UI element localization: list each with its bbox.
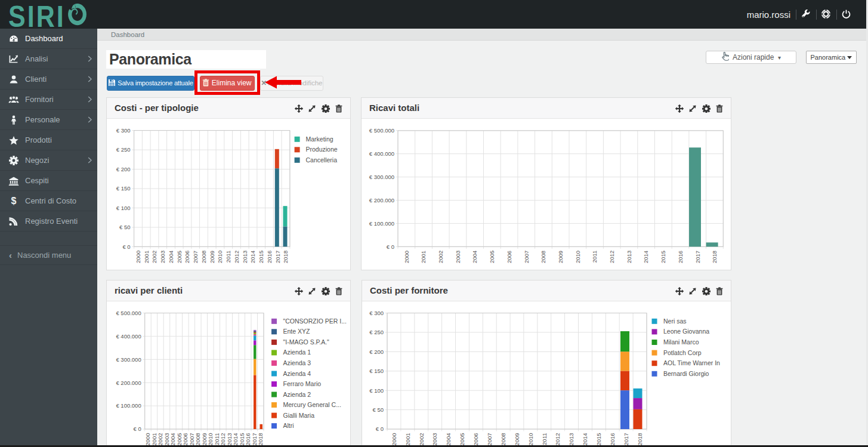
svg-text:2018: 2018 <box>257 433 264 445</box>
svg-text:2007: 2007 <box>486 433 493 446</box>
svg-text:2011: 2011 <box>541 433 548 445</box>
svg-text:Milani Marco: Milani Marco <box>663 338 699 346</box>
svg-text:€ 0: € 0 <box>122 243 130 250</box>
svg-text:2015: 2015 <box>258 251 264 263</box>
svg-text:2008: 2008 <box>500 433 506 446</box>
svg-text:2007: 2007 <box>189 433 195 445</box>
svg-text:2014: 2014 <box>249 251 256 263</box>
svg-text:2001: 2001 <box>420 251 427 263</box>
svg-text:2010: 2010 <box>217 251 223 263</box>
svg-text:Mercury General C...: Mercury General C... <box>283 401 341 408</box>
svg-text:"I-MAGO S.P.A.": "I-MAGO S.P.A." <box>283 338 330 346</box>
svg-text:2004: 2004 <box>168 251 174 263</box>
svg-text:€ 50: € 50 <box>119 224 131 230</box>
svg-text:2005: 2005 <box>489 251 495 263</box>
svg-text:2002: 2002 <box>418 433 425 446</box>
svg-text:2013: 2013 <box>626 251 632 263</box>
svg-text:2012: 2012 <box>554 433 561 445</box>
svg-text:Bernardi Giorgio: Bernardi Giorgio <box>663 370 709 377</box>
svg-text:2006: 2006 <box>472 433 479 446</box>
svg-text:€ 0: € 0 <box>387 243 394 250</box>
svg-text:Potlatch Corp: Potlatch Corp <box>663 349 702 356</box>
svg-text:€ 50: € 50 <box>373 406 384 413</box>
svg-text:2010: 2010 <box>527 433 534 445</box>
svg-text:Azienda 2: Azienda 2 <box>283 391 311 398</box>
svg-text:2016: 2016 <box>245 433 251 445</box>
svg-text:2001: 2001 <box>404 433 411 446</box>
svg-text:2015: 2015 <box>595 433 602 445</box>
svg-text:€ 400.000: € 400.000 <box>116 333 141 340</box>
svg-text:2016: 2016 <box>609 433 616 445</box>
svg-text:2003: 2003 <box>431 433 438 446</box>
svg-text:Azienda 1: Azienda 1 <box>283 349 311 356</box>
svg-text:2005: 2005 <box>176 251 183 263</box>
svg-text:2013: 2013 <box>226 433 233 446</box>
svg-text:€ 300: € 300 <box>369 310 384 316</box>
svg-text:€ 100: € 100 <box>116 205 131 211</box>
svg-text:Gialli Maria: Gialli Maria <box>283 412 315 419</box>
svg-text:Marketing: Marketing <box>306 135 333 143</box>
svg-text:2008: 2008 <box>194 433 201 445</box>
svg-text:2003: 2003 <box>455 251 461 263</box>
svg-text:€ 100.000: € 100.000 <box>116 402 141 409</box>
svg-text:2016: 2016 <box>266 251 273 263</box>
svg-text:2017: 2017 <box>694 251 701 263</box>
svg-text:Altri: Altri <box>283 422 294 429</box>
svg-text:2014: 2014 <box>642 251 649 263</box>
svg-text:2013: 2013 <box>242 251 248 263</box>
svg-text:2013: 2013 <box>568 433 574 445</box>
svg-text:2006: 2006 <box>506 251 512 263</box>
svg-text:2001: 2001 <box>151 433 157 446</box>
svg-text:€ 200: € 200 <box>116 166 131 172</box>
svg-text:2000: 2000 <box>391 433 397 446</box>
svg-text:Azienda 4: Azienda 4 <box>283 370 311 377</box>
svg-text:€ 150: € 150 <box>116 185 131 192</box>
svg-text:Leone Giovanna: Leone Giovanna <box>663 328 709 335</box>
svg-text:2018: 2018 <box>282 251 289 263</box>
svg-text:2008: 2008 <box>540 251 546 263</box>
svg-text:2002: 2002 <box>437 251 444 263</box>
svg-text:2001: 2001 <box>143 251 150 263</box>
svg-text:AOL Time Warner In: AOL Time Warner In <box>663 359 720 366</box>
svg-text:€ 300.000: € 300.000 <box>369 174 394 180</box>
svg-text:€ 200.000: € 200.000 <box>116 380 141 386</box>
svg-text:2015: 2015 <box>660 251 666 263</box>
svg-text:€ 100.000: € 100.000 <box>369 220 394 227</box>
svg-text:€ 150: € 150 <box>369 368 384 374</box>
svg-text:2004: 2004 <box>169 433 176 446</box>
svg-text:2007: 2007 <box>192 251 199 263</box>
svg-text:€ 250: € 250 <box>116 146 131 153</box>
svg-text:2016: 2016 <box>677 251 684 263</box>
svg-text:€ 250: € 250 <box>369 329 384 335</box>
svg-text:Produzione: Produzione <box>306 146 338 153</box>
svg-text:2017: 2017 <box>251 433 258 445</box>
svg-text:2007: 2007 <box>523 251 530 263</box>
svg-text:2005: 2005 <box>176 433 183 445</box>
svg-text:2003: 2003 <box>163 433 170 446</box>
svg-text:Azienda 3: Azienda 3 <box>283 359 311 366</box>
svg-text:€ 500.000: € 500.000 <box>116 310 141 316</box>
svg-text:€ 100: € 100 <box>369 387 384 394</box>
svg-text:2017: 2017 <box>274 251 281 263</box>
svg-text:2010: 2010 <box>574 251 581 263</box>
svg-text:2018: 2018 <box>711 251 718 263</box>
svg-text:2011: 2011 <box>591 251 598 263</box>
svg-text:€ 300: € 300 <box>116 127 131 134</box>
svg-text:2009: 2009 <box>514 433 520 446</box>
svg-text:2014: 2014 <box>232 433 239 445</box>
svg-text:2018: 2018 <box>637 433 643 445</box>
svg-text:€ 200.000: € 200.000 <box>369 197 394 204</box>
svg-text:2009: 2009 <box>201 433 208 445</box>
svg-text:Ferraro Mario: Ferraro Mario <box>283 380 322 387</box>
svg-text:2012: 2012 <box>608 251 615 263</box>
svg-text:2003: 2003 <box>159 251 166 263</box>
svg-text:2006: 2006 <box>182 433 189 445</box>
svg-text:2015: 2015 <box>239 433 245 445</box>
svg-text:Neri sas: Neri sas <box>663 317 687 325</box>
svg-text:2008: 2008 <box>200 251 207 263</box>
svg-text:2000: 2000 <box>403 251 410 263</box>
svg-text:2006: 2006 <box>184 251 190 263</box>
svg-text:2009: 2009 <box>557 251 564 263</box>
svg-text:2011: 2011 <box>214 433 220 445</box>
svg-text:2011: 2011 <box>225 251 231 263</box>
